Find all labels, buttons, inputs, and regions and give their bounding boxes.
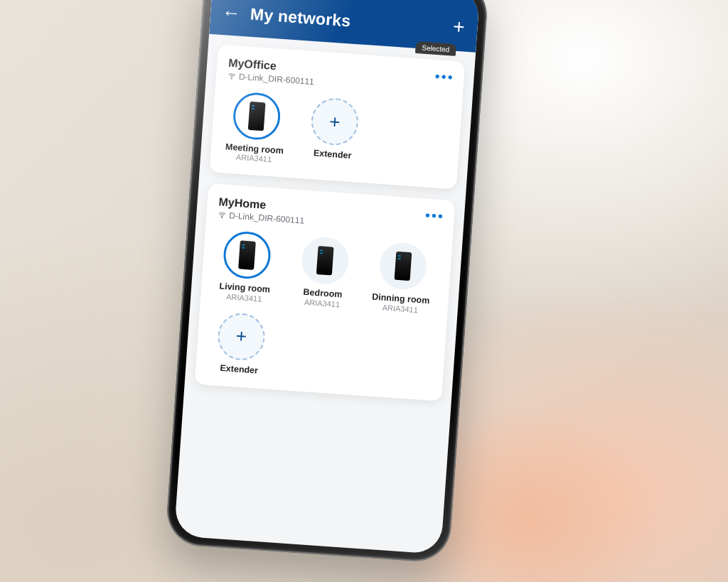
- phone-mockup: ← My networks + Selected ••• MyOffice D-…: [165, 0, 489, 564]
- device-ring: [222, 230, 272, 280]
- back-icon[interactable]: ←: [221, 3, 241, 23]
- add-extender-button[interactable]: + Extender: [207, 311, 275, 377]
- device-ring: [300, 236, 350, 286]
- router-icon: [316, 246, 334, 275]
- content-area: ••• MyOffice D-Link_DIR-600111 Meeting r…: [185, 34, 476, 402]
- router-icon: [238, 241, 256, 270]
- page-title: My networks: [250, 4, 351, 31]
- phone-screen: ← My networks + Selected ••• MyOffice D-…: [174, 0, 481, 554]
- plus-icon: +: [216, 311, 266, 361]
- add-extender-button[interactable]: + Extender: [299, 96, 368, 170]
- router-icon: [395, 252, 412, 281]
- device-grid: Living room ARIA3411 Bedroom ARIA3411: [207, 230, 441, 387]
- router-icon: [248, 102, 266, 131]
- device-ring: [378, 242, 428, 291]
- device-item[interactable]: Living room ARIA3411: [212, 230, 281, 303]
- wifi-icon: [228, 72, 237, 81]
- device-grid: Meeting room ARIA3411 + Extender: [222, 91, 451, 176]
- extender-label: Extender: [207, 362, 272, 376]
- extender-label: Extender: [300, 147, 365, 161]
- device-item[interactable]: Bedroom ARIA3411: [290, 235, 359, 309]
- device-ring: [232, 91, 282, 141]
- wifi-icon: [218, 211, 227, 220]
- phone-frame: ← My networks + Selected ••• MyOffice D-…: [165, 0, 489, 564]
- plus-icon: +: [310, 97, 360, 146]
- svg-point-0: [231, 78, 232, 79]
- more-icon[interactable]: •••: [434, 68, 455, 86]
- device-item[interactable]: Meeting room ARIA3411: [222, 91, 291, 165]
- network-card[interactable]: ••• MyHome D-Link_DIR-600111 Living room…: [195, 183, 456, 401]
- add-network-button[interactable]: +: [452, 17, 465, 38]
- network-card[interactable]: ••• MyOffice D-Link_DIR-600111 Meeting r…: [209, 45, 465, 190]
- more-icon[interactable]: •••: [424, 208, 445, 225]
- svg-point-1: [222, 217, 223, 218]
- device-item[interactable]: Dinning room ARIA3411: [368, 241, 437, 315]
